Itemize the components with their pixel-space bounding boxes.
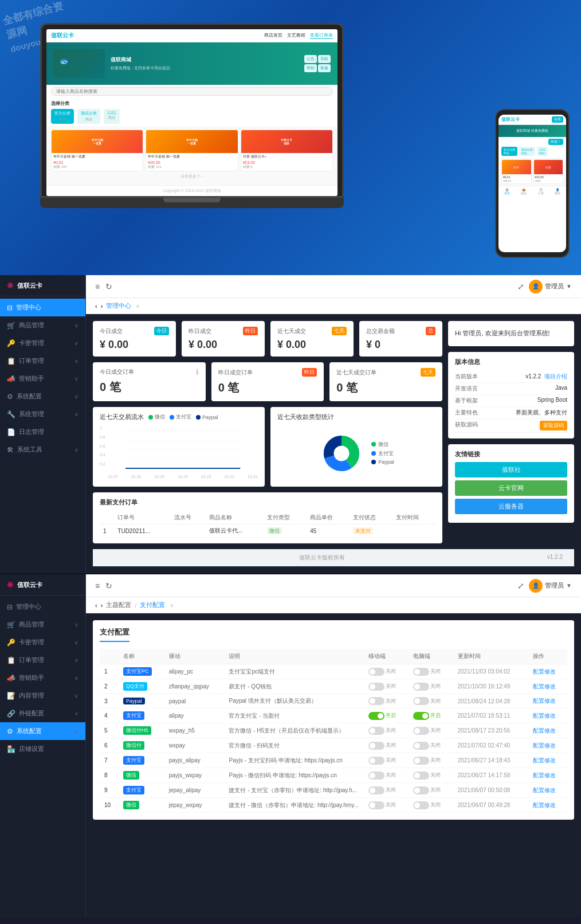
- stat-week-trade: 近七天成交 七天 ¥ 0.00: [270, 321, 354, 357]
- friend-link-1[interactable]: 值联社: [455, 462, 567, 477]
- category-official[interactable]: 官方分类 商品: [51, 109, 74, 124]
- pay-config-link-9[interactable]: 配置修改: [533, 787, 556, 793]
- pc-toggle-6[interactable]: [413, 742, 429, 750]
- mobile-toggle-5[interactable]: [368, 727, 384, 735]
- sidebar-item-cards[interactable]: 🔑 卡密管理 ∨: [0, 334, 85, 352]
- sidebar-item-marketing[interactable]: 📣 营销助手 ∨: [0, 370, 85, 387]
- pc-toggle-10[interactable]: [413, 801, 429, 809]
- pay-config-link-3[interactable]: 配置修改: [533, 698, 556, 704]
- mobile-toggle-8[interactable]: [368, 772, 384, 780]
- breadcrumb2-theme[interactable]: 主题配置: [106, 601, 131, 609]
- pay-config-link-4[interactable]: 配置修改: [533, 712, 556, 719]
- sidebar-item-logs[interactable]: 📄 日志管理: [0, 423, 85, 441]
- store-nav-item-1: 商店首页: [264, 32, 282, 39]
- mobile-toggle-9[interactable]: [368, 786, 384, 794]
- version-source-btn[interactable]: 获取源码: [540, 421, 567, 430]
- collapse-icon[interactable]: ≡: [95, 282, 100, 291]
- friend-link-2[interactable]: 云卡官网: [455, 480, 567, 496]
- sidebar2-item-links[interactable]: 🔗 外链配置 ∨: [0, 704, 85, 722]
- breadcrumb-arrow-right[interactable]: ›: [101, 303, 103, 310]
- pay-config-link-1[interactable]: 配置修改: [533, 668, 556, 675]
- breadcrumb-close[interactable]: ×: [136, 303, 139, 310]
- pc-toggle-9[interactable]: [413, 786, 429, 794]
- pc-toggle-1[interactable]: [413, 668, 429, 676]
- admin-dropdown-arrow-2[interactable]: ▼: [566, 582, 572, 589]
- sidebar-item-sysconfig[interactable]: ⚙ 系统配置 ∨: [0, 387, 85, 405]
- pc-toggle-8[interactable]: [413, 772, 429, 780]
- pc-toggle-5[interactable]: [413, 727, 429, 735]
- refresh-icon[interactable]: ↻: [105, 282, 112, 291]
- phone-nav-orders[interactable]: 📋订单: [538, 188, 544, 195]
- pay-updated-8: 2021/06/27 14:17:58: [453, 768, 528, 783]
- pc-toggle-7[interactable]: [413, 757, 429, 765]
- payment-row-4: 4 支付宝 alipay 官方支付宝 - 当面付 开启 开启 2021/07/0…: [100, 708, 567, 723]
- sidebar-item-orders[interactable]: 📋 订单管理 ∨: [0, 352, 85, 370]
- product-card-3[interactable]: 代售云卡值联 代售-值联云卡+ ¥23.00 销量 8: [241, 130, 333, 171]
- product-card-2[interactable]: 年中云购一览夏 年中大促销 购一览夏 ¥20.00 销量 101: [146, 130, 238, 171]
- chart-line-card: 近七天交易流水 微信 支付宝: [93, 407, 265, 487]
- mobile-toggle-3[interactable]: [368, 697, 384, 705]
- phone-product-1[interactable]: 年中 ¥0.01销量101: [501, 159, 532, 184]
- breadcrumb-dashboard[interactable]: 管理中心: [106, 302, 131, 310]
- sidebar2-item-dashboard[interactable]: ⊟ 管理中心: [0, 598, 85, 616]
- top-showcase-section: 全都有综合资源网douyouvip.com 值联云卡 商店首页 文艺教程 查看订…: [0, 0, 581, 275]
- collapse-icon-2[interactable]: ≡: [95, 581, 100, 590]
- version-intro-link[interactable]: 项目介绍: [544, 373, 567, 379]
- phone-cat-official[interactable]: 官方分类商品: [501, 147, 517, 156]
- pay-config-link-2[interactable]: 配置修改: [533, 683, 556, 690]
- sidebar2-item-marketing[interactable]: 📣 营销助手 ∨: [0, 669, 85, 687]
- mobile-toggle-7[interactable]: [368, 757, 384, 765]
- mobile-toggle-10[interactable]: [368, 801, 384, 809]
- sidebar2-item-sysconfig[interactable]: ⚙ 系统配置 ∨: [0, 722, 85, 740]
- pc-toggle-3[interactable]: [413, 697, 429, 705]
- mobile-toggle-2[interactable]: [368, 683, 384, 691]
- refresh-icon-2[interactable]: ↻: [105, 581, 112, 590]
- sidebar2-item-cards[interactable]: 🔑 卡密管理 ∨: [0, 633, 85, 651]
- breadcrumb-arrow-left[interactable]: ‹: [95, 303, 97, 310]
- phone-nav-mine[interactable]: 👤我的: [555, 188, 560, 195]
- breadcrumb2-payment[interactable]: 支付配置: [140, 601, 165, 609]
- shortcut-service[interactable]: 客服: [318, 64, 331, 72]
- shortcut-help[interactable]: 帮助: [304, 64, 317, 72]
- sidebar2-item-shop[interactable]: 🏪 店铺设置: [0, 740, 85, 758]
- charts-row: 近七天交易流水 微信 支付宝: [93, 407, 442, 487]
- expand-icon[interactable]: ⤢: [517, 282, 524, 291]
- pc-toggle-2[interactable]: [413, 683, 429, 691]
- pay-config-link-10[interactable]: 配置修改: [533, 802, 556, 808]
- pay-config-link-5[interactable]: 配置修改: [533, 727, 556, 734]
- phone-nav-products[interactable]: 📦商品: [521, 188, 527, 195]
- sidebar2-item-orders[interactable]: 📋 订单管理 ∨: [0, 651, 85, 669]
- breadcrumb2-arrow-left[interactable]: ‹: [95, 602, 97, 609]
- donut-legend-alipay: 支付宝: [371, 450, 394, 457]
- mobile-toggle-6[interactable]: [368, 742, 384, 750]
- category-1111[interactable]: 1111 商品: [104, 109, 120, 124]
- breadcrumb2-arrow-right[interactable]: ›: [101, 602, 103, 609]
- breadcrumb2-close[interactable]: ×: [170, 602, 173, 609]
- mobile-toggle-4[interactable]: [368, 712, 384, 720]
- sidebar-item-products[interactable]: 🛒 商品管理 ∨: [0, 316, 85, 334]
- sidebar-item-tools[interactable]: 🛠 系统工具 ∨: [0, 441, 85, 459]
- pc-toggle-4[interactable]: [413, 712, 429, 720]
- pay-action-5: 配置修改: [528, 723, 567, 738]
- store-search-input[interactable]: [51, 87, 333, 96]
- pay-config-link-6[interactable]: 配置修改: [533, 742, 556, 749]
- admin-dropdown-arrow[interactable]: ▼: [566, 283, 572, 289]
- product-card-1[interactable]: 年中云购一览夏 年中大促销 购一览夏 ¥0.01 销量 104: [51, 130, 143, 171]
- sidebar-item-sysmgmt[interactable]: 🔧 系统管理 ∨: [0, 405, 85, 423]
- sidebar2-item-products[interactable]: 🛒 商品管理 ∨: [0, 616, 85, 633]
- phone-cat-1111[interactable]: 1111商品: [537, 147, 548, 156]
- friend-link-3[interactable]: 云服务器: [455, 499, 567, 514]
- phone-product-2[interactable]: 代售 ¥23.00销量8: [533, 159, 564, 184]
- shortcut-nav[interactable]: 导航: [318, 55, 331, 63]
- phone-nav-home[interactable]: 🏠首页: [504, 188, 510, 195]
- category-test[interactable]: 测试分类 商品: [77, 109, 100, 124]
- sidebar-item-dashboard[interactable]: ⊟ 管理中心: [0, 299, 85, 316]
- sidebar2-item-content[interactable]: 📝 内容管理 ∨: [0, 687, 85, 704]
- shortcut-notice[interactable]: 公告: [304, 55, 317, 63]
- phone-cat-test[interactable]: 测试分类商品: [519, 147, 535, 156]
- pay-config-link-8[interactable]: 配置修改: [533, 772, 556, 778]
- expand-icon-2[interactable]: ⤢: [517, 581, 524, 590]
- phone-filter-btn[interactable]: 筛选！: [548, 139, 563, 145]
- pay-config-link-7[interactable]: 配置修改: [533, 757, 556, 764]
- mobile-toggle-1[interactable]: [368, 668, 384, 676]
